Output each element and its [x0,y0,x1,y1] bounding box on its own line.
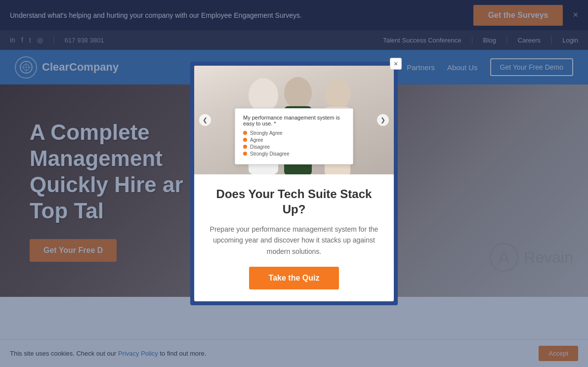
modal-container: × [190,62,398,306]
survey-option-3: Disagree [243,144,345,150]
modal-close-button[interactable]: × [390,58,402,70]
svg-point-9 [325,80,350,109]
option-dot-4 [243,152,247,156]
option-dot-2 [243,138,247,142]
option-dot-1 [243,131,247,135]
modal-description: Prepare your performance management syst… [209,224,379,257]
survey-option-2: Agree [243,137,345,143]
modal-overlay: × [0,0,588,367]
take-quiz-button[interactable]: Take the Quiz [249,267,339,289]
modal-image-area: My performance management system is easy… [194,66,394,174]
modal-body: Does Your Tech Suite Stack Up? Prepare y… [194,174,394,302]
survey-card: My performance management system is easy… [235,108,353,164]
survey-option-4: Strongly Disagree [243,151,345,157]
modal-title: Does Your Tech Suite Stack Up? [209,186,379,217]
modal-nav-left[interactable]: ❮ [199,114,211,126]
svg-point-5 [249,78,278,113]
survey-question: My performance management system is easy… [243,115,345,126]
modal-inner: My performance management system is easy… [194,66,394,302]
survey-option-1: Strongly Agree [243,130,345,136]
svg-point-7 [284,77,312,109]
option-dot-3 [243,145,247,149]
modal-nav-right[interactable]: ❯ [377,114,389,126]
